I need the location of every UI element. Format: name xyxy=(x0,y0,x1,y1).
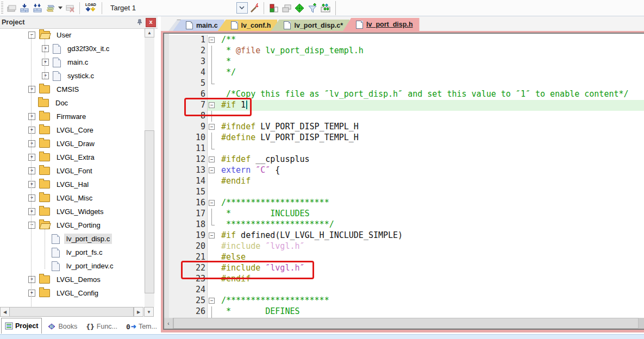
expand-plus-icon[interactable]: + xyxy=(28,276,35,283)
code-line-24[interactable]: 24 xyxy=(164,285,644,296)
expand-plus-icon[interactable]: + xyxy=(42,72,49,79)
fold-collapse-icon[interactable]: − xyxy=(209,167,215,173)
tree-item[interactable]: Doc xyxy=(0,96,144,110)
tree-item[interactable]: +LVGL_Demos xyxy=(0,273,144,286)
tree-item[interactable]: +LVGL_Extra xyxy=(0,150,144,164)
tree-item[interactable]: +LVGL_Widgets xyxy=(0,205,144,218)
code-line-19[interactable]: 19−#if defined(LV_LVGL_H_INCLUDE_SIMPLE) xyxy=(164,230,644,241)
code-line-4[interactable]: 4 */ xyxy=(164,67,644,78)
code-line-3[interactable]: 3 * xyxy=(164,56,644,67)
tree-item[interactable]: +gd32f30x_it.c xyxy=(0,42,144,55)
batch-build-dropdown-icon[interactable] xyxy=(57,2,64,15)
tree-item[interactable]: +LVGL_Misc xyxy=(0,191,144,205)
fold-collapse-icon[interactable]: − xyxy=(209,233,215,238)
expand-plus-icon[interactable]: + xyxy=(42,59,49,66)
select-packs-filter-icon[interactable] xyxy=(306,2,319,15)
translate-icon[interactable] xyxy=(5,2,18,15)
toolbar-grip[interactable] xyxy=(1,2,3,15)
view-tab-books[interactable]: ?Books xyxy=(44,319,80,334)
tree-item[interactable]: +LVGL_Font xyxy=(0,164,144,178)
expand-plus-icon[interactable]: + xyxy=(28,208,35,215)
code-line-14[interactable]: 14#endif xyxy=(164,176,644,187)
expand-plus-icon[interactable]: + xyxy=(28,127,35,134)
code-line-10[interactable]: 10#define LV_PORT_DISP_TEMPL_H xyxy=(164,133,644,143)
editor-tab-lv_conf.h[interactable]: lv_conf.h xyxy=(218,20,278,31)
view-tab-project[interactable]: Project xyxy=(1,318,42,334)
code-line-2[interactable]: 2 * @file lv_port_disp_templ.h xyxy=(164,46,644,56)
expand-plus-icon[interactable]: + xyxy=(28,194,35,202)
pack-installer-icon[interactable] xyxy=(293,2,306,15)
tree-horizontal-scrollbar[interactable]: ◀ ▶ xyxy=(0,307,143,317)
tree-item[interactable]: −User xyxy=(0,28,144,42)
target-select[interactable]: Target 1 xyxy=(110,4,136,12)
code-line-17[interactable]: 17 * INCLUDES xyxy=(164,209,644,219)
scroll-left-icon[interactable]: ‹ xyxy=(164,318,173,329)
expand-plus-icon[interactable]: + xyxy=(28,290,35,297)
tree-item[interactable]: +CMSIS xyxy=(0,83,144,96)
code-line-25[interactable]: 25−/********************* xyxy=(164,296,644,306)
expand-plus-icon[interactable]: + xyxy=(28,86,35,93)
editor-hscroll-thumb[interactable] xyxy=(173,318,639,329)
download-load-icon[interactable]: LOAD xyxy=(83,2,99,15)
tree-item[interactable]: +systick.c xyxy=(0,69,144,83)
pin-icon[interactable] xyxy=(135,18,144,27)
fold-collapse-icon[interactable]: − xyxy=(209,37,215,43)
code-line-16[interactable]: 16−/********************* xyxy=(164,198,644,209)
expand-plus-icon[interactable]: + xyxy=(42,45,49,52)
code-line-15[interactable]: 15 xyxy=(164,187,644,198)
close-panel-icon[interactable]: x xyxy=(146,18,156,27)
collapse-minus-icon[interactable]: − xyxy=(28,32,35,39)
collapse-minus-icon[interactable]: − xyxy=(28,222,35,229)
expand-plus-icon[interactable]: + xyxy=(28,140,35,147)
fold-collapse-icon[interactable]: − xyxy=(209,298,215,304)
tree-item[interactable]: +LVGL_Config xyxy=(0,286,144,300)
tree-item[interactable]: lv_port_disp.c xyxy=(0,232,144,246)
editor-horizontal-scrollbar[interactable]: ‹ xyxy=(164,318,644,329)
code-line-1[interactable]: 1−/** xyxy=(164,35,644,46)
expand-plus-icon[interactable]: + xyxy=(28,167,35,174)
manage-project-items-icon[interactable] xyxy=(267,2,280,15)
expand-plus-icon[interactable]: + xyxy=(28,154,35,161)
tree-item[interactable]: +Firmware xyxy=(0,110,144,123)
stop-build-icon[interactable] xyxy=(64,2,77,15)
scroll-right-icon[interactable]: ▶ xyxy=(134,307,143,317)
fold-collapse-icon[interactable]: − xyxy=(209,156,215,162)
tree-hscroll-thumb[interactable] xyxy=(9,307,134,317)
rebuild-icon[interactable] xyxy=(31,2,44,15)
tree-vertical-scrollbar[interactable]: ▲ xyxy=(145,28,154,307)
editor-tab-lv_port_disp.c[interactable]: lv_port_disp.c* xyxy=(271,20,349,31)
editor-window[interactable]: 1−/**2 * @file lv_port_disp_templ.h3 *4 … xyxy=(163,33,644,330)
fold-collapse-icon[interactable]: − xyxy=(209,200,215,206)
view-tab-tem[interactable]: 0➜Tem... xyxy=(123,319,160,334)
tree-item[interactable]: +LVGL_Hal xyxy=(0,178,144,191)
code-line-9[interactable]: 9−#ifndef LV_PORT_DISP_TEMPL_H xyxy=(164,122,644,133)
scroll-down-icon[interactable]: ▼ xyxy=(144,307,154,317)
target-dropdown-icon[interactable] xyxy=(236,2,248,14)
tree-item[interactable]: +LVGL_Draw xyxy=(0,137,144,150)
runtime-environment-icon[interactable] xyxy=(319,2,332,15)
editor-tab-main.c[interactable]: main.c xyxy=(173,20,224,31)
tree-vscroll-thumb[interactable] xyxy=(145,130,154,293)
scroll-left-icon[interactable]: ◀ xyxy=(0,307,10,317)
expand-plus-icon[interactable]: + xyxy=(28,181,35,188)
windows-stack-icon[interactable] xyxy=(280,2,293,15)
tree-item[interactable]: lv_port_indev.c xyxy=(0,259,144,273)
code-line-20[interactable]: 20#include ″lvgl.h″ xyxy=(164,241,644,252)
tree-item[interactable]: lv_port_fs.c xyxy=(0,246,144,259)
fold-collapse-icon[interactable]: − xyxy=(209,124,215,130)
code-line-13[interactable]: 13−extern ″C″ { xyxy=(164,165,644,176)
batch-build-icon[interactable] xyxy=(44,2,57,15)
view-tab-func[interactable]: {}Func... xyxy=(83,319,121,334)
code-line-11[interactable]: 11 xyxy=(164,143,644,154)
tree-item[interactable]: +main.c xyxy=(0,55,144,69)
build-icon[interactable] xyxy=(18,2,31,15)
editor-tab-lv_port_disp.h[interactable]: lv_port_disp.h xyxy=(343,18,419,31)
scroll-up-icon[interactable]: ▲ xyxy=(145,28,154,37)
code-line-12[interactable]: 12−#ifdef __cplusplus xyxy=(164,154,644,165)
expand-plus-icon[interactable]: + xyxy=(28,113,35,120)
tree-item[interactable]: −LVGL_Porting xyxy=(0,218,144,232)
tree-item[interactable]: +LVGL_Core xyxy=(0,123,144,137)
code-line-18[interactable]: 18 *********************/ xyxy=(164,219,644,230)
code-line-5[interactable]: 5 xyxy=(164,78,644,89)
code-line-26[interactable]: 26 * DEFINES xyxy=(164,306,644,317)
